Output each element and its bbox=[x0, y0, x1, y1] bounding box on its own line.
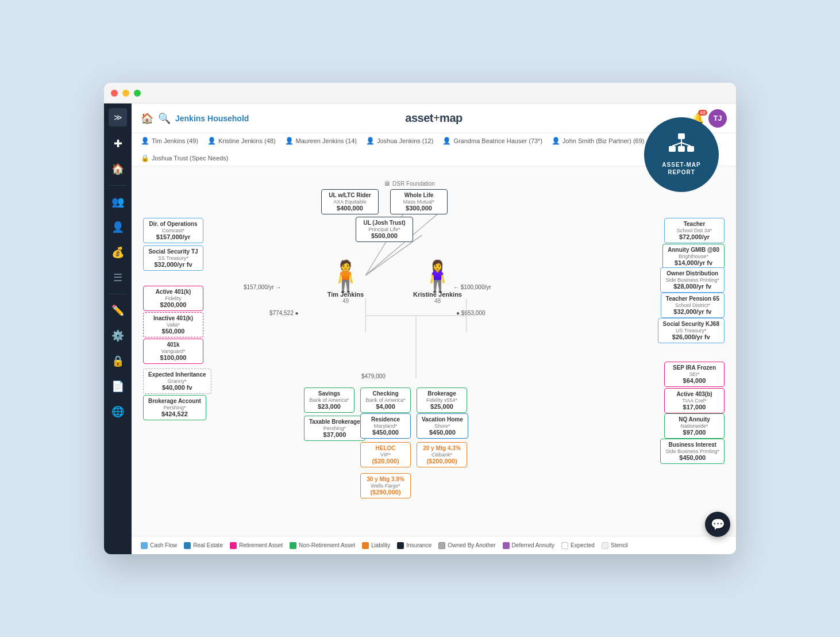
card-mtg-20[interactable]: 20 y Mtg 4.3% Citibank* ($200,000) bbox=[417, 442, 467, 467]
person-kristine-name: Kristine Jenkins bbox=[413, 291, 462, 298]
member-joshua[interactable]: 👤 Joshua Jenkins (12) bbox=[366, 137, 433, 145]
joint-total-label: $479,000 bbox=[361, 373, 386, 379]
search-icon[interactable]: 🔍 bbox=[158, 112, 171, 125]
deferred-swatch bbox=[503, 542, 510, 549]
card-whole-life[interactable]: Whole Life Mass Mutual* $300,000 bbox=[390, 189, 448, 214]
card-ul-josh[interactable]: UL (Josh Trust) Principal Life* $500,000 bbox=[356, 217, 413, 242]
card-heloc[interactable]: HELOC VIP* ($20,000) bbox=[360, 442, 411, 467]
sidebar-divider-1 bbox=[109, 185, 126, 186]
legend-stencil: Stencil bbox=[602, 542, 628, 549]
user-avatar[interactable]: TJ bbox=[708, 109, 727, 128]
household-name[interactable]: Jenkins Household bbox=[175, 114, 249, 123]
person-kristine-age: 48 bbox=[434, 298, 441, 304]
card-label: UL w/LTC Rider bbox=[326, 192, 373, 199]
card-tax-brokerage[interactable]: Taxable Brokerage Pershing* $37,000 bbox=[304, 416, 365, 441]
member-joshua-label: Joshua Jenkins (12) bbox=[377, 137, 433, 144]
card-expected-inh[interactable]: Expected Inheritance Granny* $40,000 fv bbox=[143, 369, 211, 394]
sidebar-item-team[interactable]: 👤 bbox=[106, 216, 129, 239]
person-kristine[interactable]: 🧍‍♀️ Kristine Jenkins 48 bbox=[413, 261, 462, 304]
card-active-403b[interactable]: Active 403(b) TIAA Cref* $17,000 bbox=[664, 388, 725, 413]
sidebar-item-list[interactable]: ☰ bbox=[106, 266, 129, 289]
realestate-swatch bbox=[184, 542, 191, 549]
sidebar-item-doc[interactable]: 📄 bbox=[106, 375, 129, 398]
member-grandma-label: Grandma Beatrice Hauser (73*) bbox=[453, 137, 542, 144]
home-icon[interactable]: 🏠 bbox=[141, 112, 153, 125]
network-icon bbox=[668, 133, 695, 159]
person-tim[interactable]: 🧍 Tim Jenkins 49 bbox=[327, 261, 364, 304]
svg-rect-0 bbox=[678, 133, 685, 139]
card-value: $500,000 bbox=[361, 232, 408, 239]
sidebar-item-plus[interactable]: ✚ bbox=[106, 132, 129, 155]
member-tim[interactable]: 👤 Tim Jenkins (49) bbox=[141, 137, 198, 145]
lock-icon: 🔒 bbox=[141, 154, 149, 162]
header: 🏠 🔍 Jenkins Household asset+map 🔔 48 TJ bbox=[132, 103, 736, 133]
svg-rect-1 bbox=[669, 146, 676, 152]
card-ss-kj68[interactable]: Social Security KJ68 US Treasury* $26,00… bbox=[658, 318, 725, 343]
person-tim-icon: 🧍 bbox=[327, 261, 364, 291]
card-owner-dist[interactable]: Owner Distribution Side Business Printin… bbox=[660, 267, 725, 293]
card-mtg-30[interactable]: 30 y Mtg 3.9% Wells Fargo* ($290,000) bbox=[360, 473, 411, 498]
card-dir-ops[interactable]: Dir. of Operations Comcast* $157,000/yr bbox=[143, 218, 203, 243]
legend-retirement: Retirement Asset bbox=[230, 542, 283, 549]
asset-map[interactable]: 🏛 DSR Foundation UL w/LTC Rider AXA Equi… bbox=[132, 166, 736, 536]
member-john[interactable]: 👤 John Smith (Biz Partner) (69) bbox=[552, 137, 644, 145]
stencil-swatch bbox=[602, 542, 608, 549]
maximize-button[interactable] bbox=[134, 90, 141, 97]
card-teacher-pension[interactable]: Teacher Pension 65 School District* $32,… bbox=[661, 293, 725, 318]
person-icon: 👤 bbox=[207, 137, 216, 145]
content-area: 🏠 🔍 Jenkins Household asset+map 🔔 48 TJ bbox=[132, 103, 736, 554]
card-annuity-gmib[interactable]: Annuity GMIB @80 Brighthouse* $14,000/yr… bbox=[662, 244, 725, 269]
card-savings[interactable]: Savings Bank of America* $23,000 bbox=[304, 387, 355, 413]
sidebar-item-lock[interactable]: 🔒 bbox=[106, 350, 129, 373]
card-ul-ltc[interactable]: UL w/LTC Rider AXA Equitable $400,000 bbox=[321, 189, 379, 214]
card-sub: Mass Mutual* bbox=[395, 199, 442, 205]
legend-deferred-annuity: Deferred Annuity bbox=[503, 542, 555, 549]
person-kristine-icon: 🧍‍♀️ bbox=[419, 261, 456, 291]
card-checking[interactable]: Checking Bank of America* $4,000 bbox=[360, 387, 411, 413]
sidebar-item-money[interactable]: 💰 bbox=[106, 241, 129, 264]
sidebar-item-globe[interactable]: 🌐 bbox=[106, 400, 129, 423]
card-nq-annuity[interactable]: NQ Annuity Nationwide* $97,000 bbox=[664, 413, 725, 439]
badge-label: ASSET-MAPREPORT bbox=[662, 161, 700, 176]
card-biz-interest[interactable]: Business Interest Side Business Printing… bbox=[660, 439, 725, 464]
member-maureen[interactable]: 👤 Maureen Jenkins (14) bbox=[285, 137, 357, 145]
sidebar-divider-2 bbox=[109, 294, 126, 294]
card-sub: Principal Life* bbox=[361, 227, 408, 232]
foundation-label: 🏛 DSR Foundation bbox=[384, 181, 435, 187]
member-grandma[interactable]: 👤 Grandma Beatrice Hauser (73*) bbox=[442, 137, 542, 145]
card-teacher[interactable]: Teacher School Dist 34* $72,000/yr bbox=[664, 218, 725, 243]
close-button[interactable] bbox=[111, 90, 118, 97]
legend-expected-label: Expected bbox=[571, 542, 595, 548]
card-sep-ira[interactable]: SEP IRA Frozen SEI* $64,000 bbox=[664, 362, 725, 387]
expected-swatch bbox=[561, 542, 568, 549]
card-ss-tj[interactable]: Social Security TJ SS Treasury* $32,000/… bbox=[143, 245, 203, 271]
chat-button[interactable]: 💬 bbox=[705, 512, 730, 537]
title-bar bbox=[104, 83, 736, 103]
notification-count: 48 bbox=[698, 110, 707, 116]
card-vacation-home[interactable]: Vacation Home Shore* $450,000 bbox=[417, 413, 468, 439]
member-kristine[interactable]: 👤 Kristine Jenkins (48) bbox=[207, 137, 276, 145]
sidebar-item-gear[interactable]: ⚙️ bbox=[106, 324, 129, 347]
sidebar-item-people[interactable]: 👥 bbox=[106, 190, 129, 213]
card-sub: AXA Equitable bbox=[326, 199, 373, 205]
app-window: ≫ ✚ 🏠 👥 👤 💰 ☰ ✏️ ⚙️ 🔒 📄 🌐 bbox=[104, 83, 736, 554]
minimize-button[interactable] bbox=[122, 90, 129, 97]
card-residence[interactable]: Residence Maryland* $450,000 bbox=[360, 413, 411, 439]
legend-insurance: Insurance bbox=[397, 542, 431, 549]
card-brokerage-j[interactable]: Brokerage Fidelity x554* $25,000 bbox=[417, 387, 467, 413]
card-brokerage-acct[interactable]: Brokerage Account Pershing* $424,522 bbox=[143, 395, 206, 420]
app-logo: asset+map bbox=[405, 112, 462, 125]
sidebar-item-edit[interactable]: ✏️ bbox=[106, 299, 129, 322]
sidebar-collapse-button[interactable]: ≫ bbox=[109, 108, 127, 126]
card-401k-vanguard[interactable]: 401k Vanguard* $100,000 bbox=[143, 339, 203, 364]
member-tim-label: Tim Jenkins (49) bbox=[152, 137, 198, 144]
svg-line-5 bbox=[672, 143, 681, 146]
legend-expected: Expected bbox=[561, 542, 595, 549]
card-active-401k[interactable]: Active 401(k) Fidelity $200,000 bbox=[143, 286, 203, 311]
card-inactive-401k[interactable]: Inactive 401(k) Valia* $50,000 bbox=[143, 312, 203, 337]
member-joshua-trust[interactable]: 🔒 Joshua Trust (Spec Needs) bbox=[141, 154, 228, 162]
legend-liability: Liability bbox=[362, 542, 390, 549]
person-icon: 👤 bbox=[285, 137, 294, 145]
cashflow-swatch bbox=[141, 542, 148, 549]
sidebar-item-home[interactable]: 🏠 bbox=[106, 158, 129, 181]
